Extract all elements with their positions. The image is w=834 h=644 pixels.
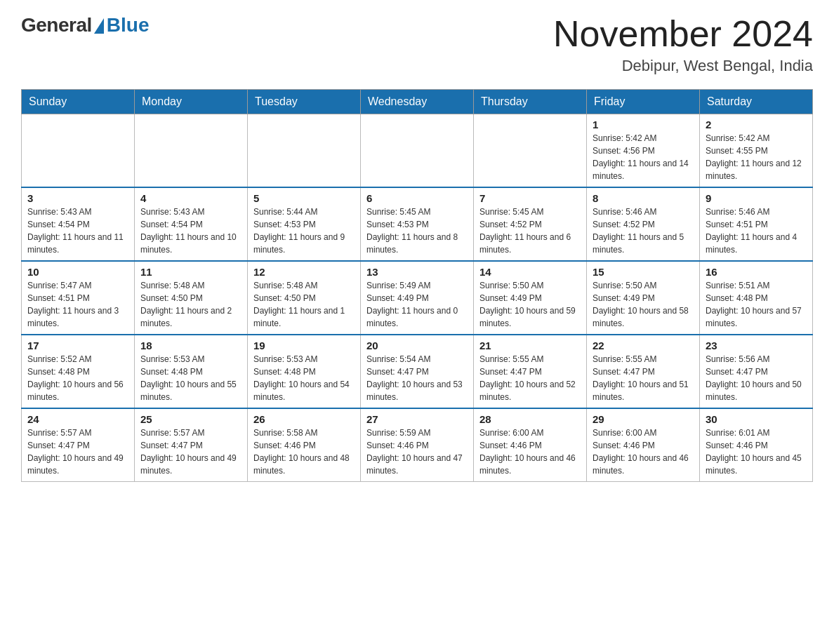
calendar-cell: 16Sunrise: 5:51 AMSunset: 4:48 PMDayligh… [700, 261, 813, 335]
day-number: 7 [479, 192, 581, 204]
logo-blue-text: Blue [107, 14, 150, 36]
calendar-cell [474, 114, 587, 188]
calendar-cell: 26Sunrise: 5:58 AMSunset: 4:46 PMDayligh… [248, 408, 361, 482]
day-info: Sunrise: 5:57 AMSunset: 4:47 PMDaylight:… [27, 427, 128, 477]
day-number: 14 [479, 266, 581, 278]
logo-triangle-icon [94, 18, 104, 34]
day-number: 30 [706, 413, 807, 425]
calendar-cell: 30Sunrise: 6:01 AMSunset: 4:46 PMDayligh… [700, 408, 813, 482]
logo: General Blue [21, 14, 149, 36]
day-number: 1 [593, 119, 694, 130]
day-number: 20 [366, 340, 468, 351]
day-info: Sunrise: 5:54 AMSunset: 4:47 PMDaylight:… [366, 353, 468, 403]
calendar-cell [22, 114, 135, 188]
day-info: Sunrise: 5:57 AMSunset: 4:47 PMDaylight:… [140, 427, 241, 477]
day-info: Sunrise: 5:42 AMSunset: 4:55 PMDaylight:… [706, 132, 807, 182]
day-number: 24 [27, 413, 128, 425]
day-info: Sunrise: 5:49 AMSunset: 4:49 PMDaylight:… [366, 279, 468, 330]
calendar-header-row: SundayMondayTuesdayWednesdayThursdayFrid… [22, 90, 813, 114]
calendar-cell: 7Sunrise: 5:45 AMSunset: 4:52 PMDaylight… [474, 187, 587, 261]
day-number: 3 [27, 192, 128, 204]
day-info: Sunrise: 6:01 AMSunset: 4:46 PMDaylight:… [706, 427, 807, 477]
day-info: Sunrise: 5:56 AMSunset: 4:47 PMDaylight:… [706, 353, 807, 403]
calendar-cell: 17Sunrise: 5:52 AMSunset: 4:48 PMDayligh… [22, 335, 135, 408]
day-info: Sunrise: 5:42 AMSunset: 4:56 PMDaylight:… [593, 132, 694, 182]
day-number: 10 [27, 266, 128, 278]
day-number: 17 [27, 340, 128, 351]
calendar-cell: 3Sunrise: 5:43 AMSunset: 4:54 PMDaylight… [22, 187, 135, 261]
day-number: 13 [366, 266, 468, 278]
calendar-cell: 14Sunrise: 5:50 AMSunset: 4:49 PMDayligh… [474, 261, 587, 335]
weekday-header: Tuesday [248, 90, 361, 114]
weekday-header: Monday [135, 90, 248, 114]
day-number: 29 [593, 413, 694, 425]
weekday-header: Wednesday [361, 90, 474, 114]
calendar-cell [361, 114, 474, 188]
calendar-cell: 6Sunrise: 5:45 AMSunset: 4:53 PMDaylight… [361, 187, 474, 261]
day-info: Sunrise: 5:51 AMSunset: 4:48 PMDaylight:… [706, 279, 807, 330]
calendar-week-row: 3Sunrise: 5:43 AMSunset: 4:54 PMDaylight… [22, 187, 813, 261]
day-number: 18 [140, 340, 241, 351]
day-number: 19 [253, 340, 355, 351]
calendar-cell: 22Sunrise: 5:55 AMSunset: 4:47 PMDayligh… [587, 335, 700, 408]
calendar-week-row: 24Sunrise: 5:57 AMSunset: 4:47 PMDayligh… [22, 408, 813, 482]
day-info: Sunrise: 5:53 AMSunset: 4:48 PMDaylight:… [253, 353, 355, 403]
title-section: November 2024 Debipur, West Bengal, Indi… [553, 14, 813, 75]
day-number: 21 [479, 340, 581, 351]
day-info: Sunrise: 5:55 AMSunset: 4:47 PMDaylight:… [593, 353, 694, 403]
calendar-cell: 8Sunrise: 5:46 AMSunset: 4:52 PMDaylight… [587, 187, 700, 261]
day-number: 8 [593, 192, 694, 204]
calendar-cell: 11Sunrise: 5:48 AMSunset: 4:50 PMDayligh… [135, 261, 248, 335]
day-info: Sunrise: 5:52 AMSunset: 4:48 PMDaylight:… [27, 353, 128, 403]
day-number: 11 [140, 266, 241, 278]
calendar-cell: 5Sunrise: 5:44 AMSunset: 4:53 PMDaylight… [248, 187, 361, 261]
day-info: Sunrise: 5:44 AMSunset: 4:53 PMDaylight:… [253, 206, 355, 256]
calendar-cell: 19Sunrise: 5:53 AMSunset: 4:48 PMDayligh… [248, 335, 361, 408]
calendar-cell: 4Sunrise: 5:43 AMSunset: 4:54 PMDaylight… [135, 187, 248, 261]
calendar-cell: 10Sunrise: 5:47 AMSunset: 4:51 PMDayligh… [22, 261, 135, 335]
calendar-week-row: 17Sunrise: 5:52 AMSunset: 4:48 PMDayligh… [22, 335, 813, 408]
weekday-header: Friday [587, 90, 700, 114]
day-number: 9 [706, 192, 807, 204]
day-number: 16 [706, 266, 807, 278]
day-number: 15 [593, 266, 694, 278]
calendar-cell: 20Sunrise: 5:54 AMSunset: 4:47 PMDayligh… [361, 335, 474, 408]
day-number: 27 [366, 413, 468, 425]
day-number: 26 [253, 413, 355, 425]
day-number: 6 [366, 192, 468, 204]
day-number: 25 [140, 413, 241, 425]
calendar-week-row: 10Sunrise: 5:47 AMSunset: 4:51 PMDayligh… [22, 261, 813, 335]
day-info: Sunrise: 5:50 AMSunset: 4:49 PMDaylight:… [479, 279, 581, 330]
calendar-cell: 15Sunrise: 5:50 AMSunset: 4:49 PMDayligh… [587, 261, 700, 335]
day-number: 12 [253, 266, 355, 278]
day-info: Sunrise: 5:47 AMSunset: 4:51 PMDaylight:… [27, 279, 128, 330]
calendar-table: SundayMondayTuesdayWednesdayThursdayFrid… [21, 89, 813, 482]
day-number: 4 [140, 192, 241, 204]
day-info: Sunrise: 5:58 AMSunset: 4:46 PMDaylight:… [253, 427, 355, 477]
day-number: 22 [593, 340, 694, 351]
day-number: 28 [479, 413, 581, 425]
page-header: General Blue November 2024 Debipur, West… [21, 14, 813, 75]
day-info: Sunrise: 5:43 AMSunset: 4:54 PMDaylight:… [140, 206, 241, 256]
day-info: Sunrise: 5:46 AMSunset: 4:52 PMDaylight:… [593, 206, 694, 256]
day-info: Sunrise: 5:43 AMSunset: 4:54 PMDaylight:… [27, 206, 128, 256]
calendar-cell: 24Sunrise: 5:57 AMSunset: 4:47 PMDayligh… [22, 408, 135, 482]
day-info: Sunrise: 6:00 AMSunset: 4:46 PMDaylight:… [479, 427, 581, 477]
calendar-cell [135, 114, 248, 188]
day-info: Sunrise: 5:45 AMSunset: 4:52 PMDaylight:… [479, 206, 581, 256]
day-info: Sunrise: 5:48 AMSunset: 4:50 PMDaylight:… [140, 279, 241, 330]
day-info: Sunrise: 5:59 AMSunset: 4:46 PMDaylight:… [366, 427, 468, 477]
calendar-cell: 13Sunrise: 5:49 AMSunset: 4:49 PMDayligh… [361, 261, 474, 335]
calendar-week-row: 1Sunrise: 5:42 AMSunset: 4:56 PMDaylight… [22, 114, 813, 188]
calendar-cell: 12Sunrise: 5:48 AMSunset: 4:50 PMDayligh… [248, 261, 361, 335]
month-title: November 2024 [553, 14, 813, 54]
calendar-cell: 28Sunrise: 6:00 AMSunset: 4:46 PMDayligh… [474, 408, 587, 482]
calendar-cell: 18Sunrise: 5:53 AMSunset: 4:48 PMDayligh… [135, 335, 248, 408]
calendar-cell: 2Sunrise: 5:42 AMSunset: 4:55 PMDaylight… [700, 114, 813, 188]
calendar-cell: 27Sunrise: 5:59 AMSunset: 4:46 PMDayligh… [361, 408, 474, 482]
day-number: 5 [253, 192, 355, 204]
day-info: Sunrise: 5:46 AMSunset: 4:51 PMDaylight:… [706, 206, 807, 256]
calendar-cell: 21Sunrise: 5:55 AMSunset: 4:47 PMDayligh… [474, 335, 587, 408]
day-number: 2 [706, 119, 807, 130]
location-title: Debipur, West Bengal, India [553, 57, 813, 75]
